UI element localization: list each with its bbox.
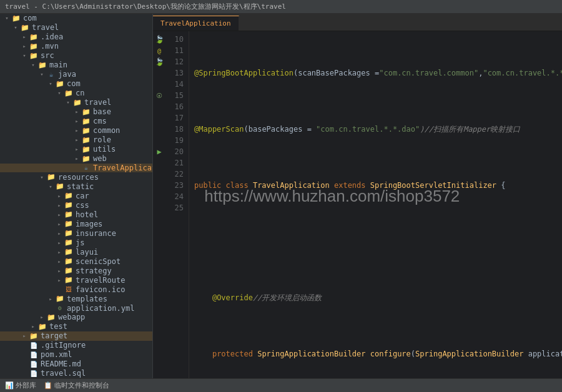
code-content[interactable]: @SpringBootApplication(scanBasePackages … [189,31,562,378]
editor-area: TravelApplication 🍃 @ 🍃 ⦿ ▶ [153,14,562,378]
tree-item-js[interactable]: 📁 js [0,238,152,247]
arrow-hotel [55,210,64,219]
gutter-19 [154,135,164,146]
tree-item-webapp[interactable]: 📁 webapp [0,313,152,322]
folder-icon-resources: 📁 [46,173,56,182]
tree-item-com2[interactable]: 📁 com [0,79,152,89]
arrow-utils [72,145,81,154]
arrow-idea [20,32,29,41]
tree-item-java[interactable]: ☕ java [0,70,152,79]
tree-item-readme[interactable]: 📄 README.md [0,360,152,369]
tree-item-templates[interactable]: 📁 templates [0,294,152,303]
label-css: css [76,201,89,210]
arrow-resources [37,173,46,182]
gutter-11: @ [154,45,164,56]
arrow-static [46,182,55,191]
tree-item-utils[interactable]: 📁 utils [0,145,152,154]
tree-item-hotel[interactable]: 📁 hotel [0,210,152,219]
code-line-12: public class TravelApplication extends S… [194,180,557,191]
tab-travel-application[interactable]: TravelApplication [153,16,239,31]
arrow-web [72,154,81,163]
tree-item-role[interactable]: 📁 role [0,135,152,145]
folder-icon-com: 📁 [11,14,21,22]
code-line-13 [194,236,557,247]
label-gitignore: .gitIgnore [41,341,86,350]
tree-item-pom-xml[interactable]: 📄 pom.xml [0,350,152,360]
tree-item-common[interactable]: 📁 common [0,126,152,135]
gutter-10: 🍃 [154,34,164,45]
tree-item-mvn[interactable]: 📁 .mvn [0,42,152,51]
tree-item-strategy[interactable]: 📁 strategy [0,266,152,275]
folder-icon-insurance: 📁 [64,229,74,238]
label-external-libraries: 外部库 [16,381,36,390]
tree-item-web[interactable]: 📁 web [0,154,152,164]
java-file-icon: ☕ [81,164,91,172]
arrow-target [20,331,29,340]
title-bar: travel - C:\Users\Administrator\Desktop\… [0,0,562,14]
tree-item-car[interactable]: 📁 car [0,191,152,200]
tree-item-src[interactable]: 📁 src [0,51,152,61]
label-js: js [76,238,84,247]
tree-item-travel-root[interactable]: 📁 travel [0,23,152,32]
arrow-src [20,51,29,60]
gutter-12: 🍃 [154,56,164,67]
label-readme: README.md [41,360,81,368]
label-webapp: webapp [58,313,85,321]
label-com2: com [67,79,81,88]
folder-icon-js: 📁 [64,238,74,247]
folder-icon-idea: 📁 [29,32,39,41]
label-images: images [76,220,102,228]
tree-item-travel-application[interactable]: ☕ TravelApplication [0,164,152,173]
tree-item-scenicspot[interactable]: 📁 scenicSpot [0,257,152,266]
tree-item-application-yml[interactable]: ⚙ application.yml [0,303,152,313]
label-travel2: travel [84,98,111,107]
gutter-20: ▶ [154,146,164,157]
label-travel-root: travel [32,23,59,32]
sql-icon: 📄 [29,369,39,378]
tree-item-images[interactable]: 📁 images [0,219,152,228]
label-com: com [23,14,37,22]
tree-item-cn[interactable]: 📁 cn [0,89,152,98]
git-icon: 📄 [29,341,39,350]
tree-item-favicon[interactable]: 🖼 favicon.ico [0,285,152,294]
external-libraries[interactable]: 📊 外部库 [5,381,36,390]
temp-files[interactable]: 📋 临时文件和控制台 [44,381,109,390]
label-pom-xml: pom.xml [41,350,72,359]
gutter-14 [154,79,164,90]
tree-item-layui[interactable]: 📁 layui [0,247,152,257]
gutter-16 [154,101,164,112]
arrow-css [55,201,64,210]
label-resources: resources [58,173,99,182]
tree-item-com[interactable]: 📁 com [0,14,152,23]
tree-item-travel2[interactable]: 📁 travel [0,98,152,107]
tree-item-resources[interactable]: 📁 resources [0,172,152,182]
label-insurance: insurance [76,229,116,238]
tree-item-base[interactable]: 📁 base [0,107,152,117]
folder-icon-utils: 📁 [81,145,91,154]
folder-icon-target: 📁 [29,331,39,340]
tree-item-target[interactable]: 📁 target [0,331,152,341]
arrow-base [72,107,81,116]
tree-item-main[interactable]: 📁 main [0,61,152,70]
label-static: static [67,182,94,191]
label-temp-files: 临时文件和控制台 [54,381,109,390]
code-line-10: @SpringBootApplication(scanBasePackages … [194,67,557,79]
tree-item-gitignore[interactable]: 📄 .gitIgnore [0,341,152,350]
tree-item-cms[interactable]: 📁 cms [0,117,152,126]
folder-icon-base: 📁 [81,107,91,116]
folder-icon-java: ☕ [46,70,56,79]
label-travel-sql: travel.sql [41,369,86,378]
tree-item-css[interactable]: 📁 css [0,200,152,210]
arrow-java [37,70,46,79]
tree-item-test[interactable]: 📁 test [0,322,152,331]
tree-item-static[interactable]: 📁 static [0,182,152,191]
tree-item-travel-sql[interactable]: 📄 travel.sql [0,369,152,378]
gutter-22 [154,169,164,180]
folder-icon-cn: 📁 [64,89,74,97]
tree-item-insurance[interactable]: 📁 insurance [0,228,152,238]
arrow-scenicspot [55,257,64,266]
tree-item-idea[interactable]: 📁 .idea [0,32,152,42]
arrow-cms [72,117,81,125]
tree-item-travelroute[interactable]: 📁 travelRoute [0,275,152,285]
gutter-18 [154,124,164,135]
